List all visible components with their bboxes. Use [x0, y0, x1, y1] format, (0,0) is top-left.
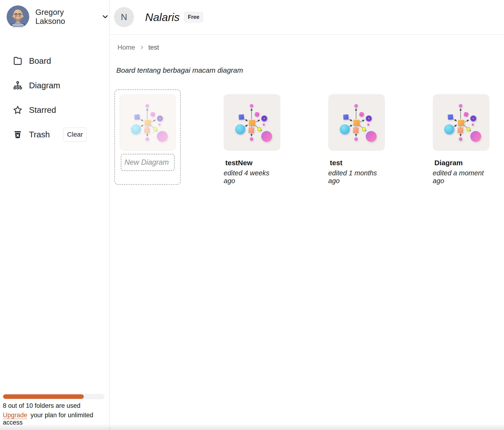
sidebar-item-label: Trash — [29, 130, 50, 139]
chevron-down-icon[interactable] — [101, 13, 109, 21]
diagram-thumbnail — [433, 94, 489, 151]
sidebar: Gregory Laksono Board — [0, 0, 110, 430]
folders-usage-text: 8 out of 10 folders are used — [3, 402, 104, 410]
folder-icon — [13, 56, 22, 66]
new-diagram-name-input[interactable] — [121, 154, 175, 171]
star-icon — [13, 105, 22, 115]
diagram-card-title: test — [328, 159, 385, 167]
diagram-thumbnail — [119, 94, 176, 151]
breadcrumb-current[interactable]: test — [148, 44, 159, 51]
diagram-card-edited: edited a moment ago — [433, 169, 489, 185]
diagram-card-title: testNew — [224, 159, 280, 167]
usage-panel: 8 out of 10 folders are used Upgradeyour… — [3, 394, 104, 426]
sidebar-nav: Board Diagram — [0, 55, 109, 153]
sidebar-item-label: Board — [29, 56, 51, 66]
diagram-thumbnail — [224, 94, 280, 151]
workspace-header: N Nalaris Free — [110, 0, 504, 35]
plan-badge: Free — [184, 12, 203, 22]
sidebar-item-starred[interactable]: Starred — [0, 104, 109, 116]
workspace-avatar: N — [114, 7, 134, 27]
diagram-grid: testNew edited 4 weeks ago test edited 1… — [114, 90, 504, 185]
clear-trash-button[interactable]: Clear — [63, 128, 87, 142]
board-content: Home test Board tentang berbagai macam d… — [110, 35, 504, 185]
main-area: N Nalaris Free Home test Board tentang b… — [110, 0, 504, 430]
diagram-icon — [13, 81, 22, 90]
upgrade-line: Upgradeyour plan for unlimited access — [3, 412, 104, 426]
sidebar-item-label: Starred — [29, 105, 56, 115]
diagram-card[interactable]: test edited 1 months ago — [328, 94, 385, 185]
sidebar-item-trash[interactable]: Trash Clear — [0, 129, 109, 140]
sidebar-item-board[interactable]: Board — [0, 55, 109, 66]
diagram-card-edited: edited 1 months ago — [328, 169, 385, 185]
chevron-right-icon — [139, 45, 144, 50]
diagram-card[interactable]: testNew edited 4 weeks ago — [224, 94, 280, 185]
user-profile[interactable]: Gregory Laksono — [0, 0, 109, 30]
folders-progress-bar — [3, 394, 104, 399]
diagram-thumbnail — [328, 94, 385, 151]
workspace-title: Nalaris — [145, 11, 180, 24]
sidebar-item-label: Diagram — [29, 81, 60, 90]
sidebar-item-diagram[interactable]: Diagram — [0, 80, 109, 91]
user-name: Gregory Laksono — [36, 8, 93, 26]
folders-progress-fill — [3, 394, 84, 399]
breadcrumb-home[interactable]: Home — [117, 44, 135, 51]
board-description: Board tentang berbagai macam diagram — [114, 66, 504, 74]
user-avatar — [7, 5, 29, 28]
diagram-card[interactable]: Diagram edited a moment ago — [433, 94, 489, 185]
breadcrumb: Home test — [114, 44, 504, 51]
upgrade-link[interactable]: Upgrade — [3, 412, 27, 419]
new-diagram-card[interactable] — [114, 90, 181, 185]
diagram-card-edited: edited 4 weeks ago — [224, 169, 280, 185]
trash-icon — [13, 130, 22, 139]
diagram-card-title: Diagram — [433, 159, 489, 167]
app-window: Gregory Laksono Board — [0, 0, 504, 430]
